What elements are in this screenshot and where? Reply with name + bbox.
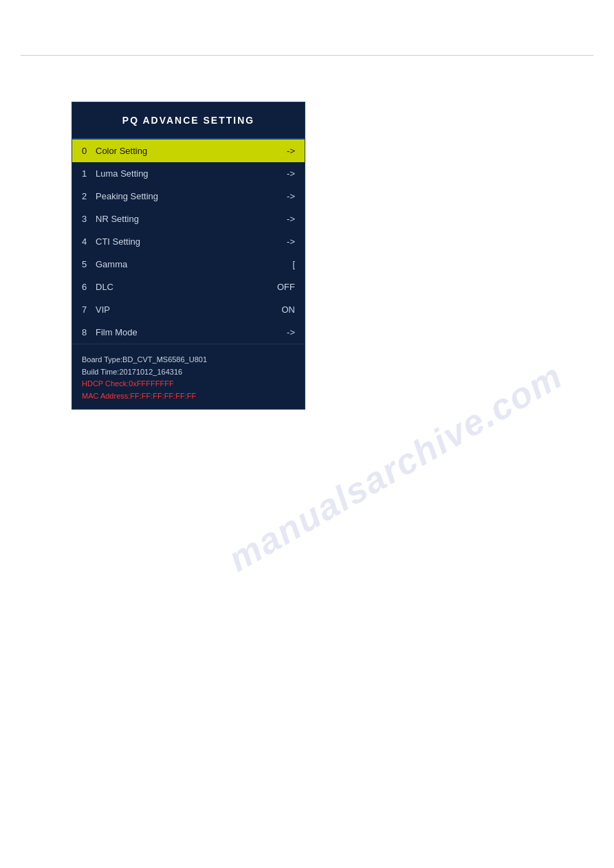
item-index: 7 — [82, 304, 96, 315]
item-index: 0 — [82, 146, 96, 156]
item-label: DLC — [96, 282, 277, 292]
item-index: 6 — [82, 282, 96, 292]
menu-item-cti-setting[interactable]: 4CTI Setting-> — [72, 230, 305, 253]
item-value: -> — [287, 214, 295, 224]
item-value: [ — [292, 259, 295, 269]
info-line: MAC Address:FF:FF:FF:FF:FF:FF — [82, 390, 295, 403]
item-value: -> — [287, 168, 295, 179]
item-value: OFF — [277, 282, 295, 292]
menu-item-color-setting[interactable]: 0Color Setting-> — [72, 140, 305, 162]
menu-item-film-mode[interactable]: 8Film Mode-> — [72, 321, 305, 344]
menu-title: PQ ADVANCE SETTING — [72, 102, 305, 138]
menu-item-gamma[interactable]: 5Gamma[ — [72, 253, 305, 276]
menu-items-list: 0Color Setting->1Luma Setting->2Peaking … — [72, 140, 305, 344]
item-label: NR Setting — [96, 214, 287, 224]
item-label: CTI Setting — [96, 236, 287, 247]
menu-item-dlc[interactable]: 6DLCOFF — [72, 276, 305, 298]
item-index: 2 — [82, 191, 96, 201]
item-label: Film Mode — [96, 327, 287, 337]
menu-item-peaking-setting[interactable]: 2Peaking Setting-> — [72, 185, 305, 208]
info-line: Build Time:20171012_164316 — [82, 366, 295, 379]
item-label: Peaking Setting — [96, 191, 287, 201]
item-label: Gamma — [96, 259, 292, 269]
menu-item-vip[interactable]: 7VIPON — [72, 298, 305, 321]
item-value: -> — [287, 146, 295, 156]
menu-item-luma-setting[interactable]: 1Luma Setting-> — [72, 162, 305, 185]
pq-advance-setting-panel: PQ ADVANCE SETTING 0Color Setting->1Luma… — [72, 102, 305, 410]
item-value: -> — [287, 327, 295, 337]
item-value: -> — [287, 191, 295, 201]
item-index: 1 — [82, 168, 96, 179]
info-line: Board Type:BD_CVT_MS6586_U801 — [82, 354, 295, 366]
item-index: 5 — [82, 259, 96, 269]
item-label: VIP — [96, 304, 282, 315]
item-index: 4 — [82, 236, 96, 247]
item-value: -> — [287, 236, 295, 247]
item-label: Luma Setting — [96, 168, 287, 179]
menu-item-nr-setting[interactable]: 3NR Setting-> — [72, 208, 305, 230]
item-index: 8 — [82, 327, 96, 337]
info-section: Board Type:BD_CVT_MS6586_U801Build Time:… — [72, 344, 305, 409]
info-line: HDCP Check:0xFFFFFFFF — [82, 378, 295, 390]
item-label: Color Setting — [96, 146, 287, 156]
item-index: 3 — [82, 214, 96, 224]
item-value: ON — [282, 304, 296, 315]
top-divider — [21, 55, 593, 56]
